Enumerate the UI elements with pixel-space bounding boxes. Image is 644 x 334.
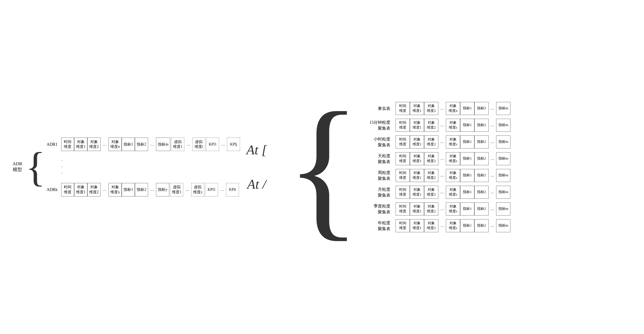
month-idx2: 指标2 [474, 186, 488, 199]
cells-week: 时间维度 对象维度1 对象维度2 … 对象维度s 指标1 指标2 … 指标m [396, 169, 510, 182]
cells-day: 时间维度 对象维度1 对象维度2 … 对象维度s 指标1 指标2 … 指标m [396, 152, 510, 165]
week-ellipsis1: … [438, 169, 446, 182]
15min-time: 时间维度 [396, 119, 410, 132]
hour-objs: 对象维度s [446, 136, 460, 148]
label-day: 天粒度聚集表 [365, 153, 390, 164]
15min-objs: 对象维度s [446, 119, 460, 132]
label-quarter: 季度粒度聚集表 [365, 203, 390, 215]
day-objs: 对象维度s [446, 152, 460, 165]
month-obj1: 对象维度1 [410, 186, 424, 199]
adr-model-label: ADR 模型 [12, 161, 22, 173]
adrk-cell-time: 时间维度 [61, 183, 74, 196]
shishi-idx2: 指标2 [474, 102, 488, 115]
month-objs: 对象维度s [446, 186, 460, 199]
main-container: ADR 模型 { ADR1 时间维度 对象维度1 对象维度2 … 对象维度n 指… [0, 0, 644, 334]
shishi-idx1: 指标1 [460, 102, 474, 115]
label-15min: 15分钟粒度聚集表 [365, 119, 390, 131]
15min-ellipsis2: … [488, 119, 496, 132]
adrk-cell-idx2: 指标2 [135, 183, 148, 196]
adr1-kpi1: KPI1 [206, 138, 219, 151]
label-hour: 小时粒度聚集表 [365, 136, 390, 148]
year-ellipsis2: … [488, 219, 496, 232]
label-week: 周粒度聚集表 [365, 170, 390, 181]
month-ellipsis1: … [438, 186, 446, 199]
shishi-idxm: 指标m [496, 102, 510, 115]
adr1-cell-obj2: 对象维度2 [87, 138, 100, 151]
row-15min: 15分钟粒度聚集表 时间维度 对象维度1 对象维度2 … 对象维度s 指标1 指… [365, 119, 632, 132]
row-year: 年粒度聚集表 时间维度 对象维度1 对象维度2 … 对象维度s 指标1 指标2 … [365, 219, 632, 232]
year-obj2: 对象维度2 [424, 219, 438, 232]
hour-obj1: 对象维度1 [410, 136, 424, 148]
quarter-obj1: 对象维度1 [410, 202, 424, 216]
at-slash-text: At / [247, 176, 266, 192]
adrk-ellipsis3: … [183, 183, 191, 196]
quarter-obj2: 对象维度2 [424, 202, 438, 216]
hour-idx1: 指标1 [460, 136, 474, 148]
adr1-cell-objn: 对象维度n [108, 138, 122, 151]
15min-idxm: 指标m [496, 119, 510, 132]
quarter-objs: 对象维度s [446, 202, 460, 216]
adr1-cell-obj1: 对象维度1 [74, 138, 87, 151]
quarter-idx2: 指标2 [474, 202, 488, 216]
week-idx1: 指标1 [460, 169, 474, 182]
week-obj2: 对象维度2 [424, 169, 438, 182]
15min-obj1: 对象维度1 [410, 119, 424, 132]
label-shishi: 事实表 [365, 106, 390, 112]
cells-year: 时间维度 对象维度1 对象维度2 … 对象维度s 指标1 指标2 … 指标m [396, 219, 510, 232]
label-year: 年粒度聚集表 [365, 220, 390, 232]
adrk-cell-idx1: 指标1 [122, 183, 135, 196]
day-ellipsis1: … [438, 152, 446, 165]
day-idxm: 指标m [496, 152, 510, 165]
adr1-dashed-cells: 虚拟维度1 … 虚拟维度i [171, 138, 205, 151]
adr-dots: · · · [61, 155, 62, 178]
hour-time: 时间维度 [396, 136, 410, 148]
adrk-virtualz: 虚拟维度z [191, 183, 204, 196]
adrk-cell-obj1: 对象维度1 [74, 183, 87, 196]
week-idx2: 指标2 [474, 169, 488, 182]
adrk-kpit: KPIt [226, 183, 239, 196]
adrk-ellipsis1: … [100, 183, 108, 196]
adr1-ellipsis2: … [148, 138, 156, 151]
adrk-main-cells: 时间维度 对象维度1 对象维度2 … 对象维度x 指标1 指标2 … 指标y [61, 183, 169, 196]
week-obj1: 对象维度1 [410, 169, 424, 182]
month-ellipsis2: … [488, 186, 496, 199]
cells-quarter: 时间维度 对象维度1 对象维度2 … 对象维度s 指标1 指标2 … 指标m [396, 202, 510, 216]
15min-idx1: 指标1 [460, 119, 474, 132]
right-tables: 事实表 时间维度 对象维度1 对象维度2 … 对象维度n 指标1 指标2 … 指… [365, 102, 632, 232]
adrk-label: ADRk [46, 187, 59, 192]
row-week: 周粒度聚集表 时间维度 对象维度1 对象维度2 … 对象维度s 指标1 指标2 … [365, 169, 632, 182]
row-month: 月粒度聚集表 时间维度 对象维度1 对象维度2 … 对象维度s 指标1 指标2 … [365, 186, 632, 199]
month-obj2: 对象维度2 [424, 186, 438, 199]
hour-obj2: 对象维度2 [424, 136, 438, 148]
row-quarter: 季度粒度聚集表 时间维度 对象维度1 对象维度2 … 对象维度s 指标1 指标2… [365, 202, 632, 216]
adr-model-text: ADR [12, 161, 22, 166]
year-obj1: 对象维度1 [410, 219, 424, 232]
adrk-ellipsis4: … [218, 183, 226, 196]
quarter-ellipsis1: … [438, 202, 446, 216]
adr1-cell-kpi1: 指标1 [122, 138, 135, 151]
adr-left-brace: { [25, 146, 46, 188]
adr1-main-cells: 时间维度 对象维度1 对象维度2 … 对象维度n 指标1 指标2 … 指标m [61, 138, 170, 151]
year-objs: 对象维度s [446, 219, 460, 232]
quarter-idxm: 指标m [496, 202, 510, 216]
quarter-idx1: 指标1 [460, 202, 474, 216]
15min-obj2: 对象维度2 [424, 119, 438, 132]
year-time: 时间维度 [396, 219, 410, 232]
cells-15min: 时间维度 对象维度1 对象维度2 … 对象维度s 指标1 指标2 … 指标m [396, 119, 510, 132]
row-hour: 小时粒度聚集表 时间维度 对象维度1 对象维度2 … 对象维度s 指标1 指标2… [365, 136, 632, 148]
year-idx1: 指标1 [460, 219, 474, 232]
adr1-ellipsis1: … [100, 138, 108, 151]
year-ellipsis1: … [438, 219, 446, 232]
cells-month: 时间维度 对象维度1 对象维度2 … 对象维度s 指标1 指标2 … 指标m [396, 186, 510, 199]
quarter-ellipsis2: … [488, 202, 496, 216]
label-month: 月粒度聚集表 [365, 186, 390, 198]
adrk-ellipsis2: … [148, 183, 156, 196]
right-section: { 事实表 时间维度 对象维度1 对象维度2 … 对象维度n 指标1 指标2 …… [286, 95, 632, 239]
adr1-kpij: KPIj [227, 138, 240, 151]
adrk-cell-objx: 对象维度x [108, 183, 122, 196]
adrk-kpi-cells: KPI1 … KPIt [205, 183, 239, 196]
adr1-cell-time: 时间维度 [61, 138, 74, 151]
cells-shishi: 时间维度 对象维度1 对象维度2 … 对象维度n 指标1 指标2 … 指标m [396, 102, 510, 115]
cells-hour: 时间维度 对象维度1 对象维度2 … 对象维度s 指标1 指标2 … 指标m [396, 136, 510, 148]
adrk-cell-obj2: 对象维度2 [87, 183, 100, 196]
